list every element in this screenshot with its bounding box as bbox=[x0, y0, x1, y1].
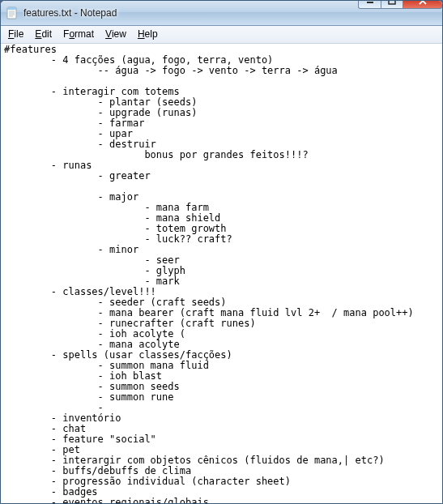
window-controls bbox=[358, 0, 442, 9]
close-icon bbox=[418, 0, 428, 5]
svg-rect-7 bbox=[389, 0, 395, 4]
minimize-icon bbox=[366, 0, 374, 5]
notepad-app-icon bbox=[6, 6, 19, 19]
text-area[interactable]: #features - 4 facções (agua, fogo, terra… bbox=[1, 44, 442, 503]
menu-help[interactable]: Help bbox=[132, 26, 164, 43]
close-button[interactable] bbox=[403, 0, 442, 9]
svg-rect-1 bbox=[7, 7, 16, 10]
menubar: File Edit Format View Help bbox=[1, 26, 442, 44]
document-content[interactable]: #features - 4 facções (agua, fogo, terra… bbox=[4, 45, 442, 503]
notepad-window: features.txt - Notepad File Edit Format bbox=[0, 0, 443, 504]
menu-edit[interactable]: Edit bbox=[29, 26, 58, 43]
maximize-icon bbox=[388, 0, 396, 5]
titlebar[interactable]: features.txt - Notepad bbox=[1, 1, 442, 26]
svg-rect-6 bbox=[367, 2, 373, 3]
menu-file[interactable]: File bbox=[2, 26, 29, 43]
minimize-button[interactable] bbox=[358, 0, 381, 9]
maximize-button[interactable] bbox=[381, 0, 403, 9]
window-title: features.txt - Notepad bbox=[23, 7, 358, 19]
menu-view[interactable]: View bbox=[100, 26, 132, 43]
menu-format[interactable]: Format bbox=[58, 26, 100, 43]
